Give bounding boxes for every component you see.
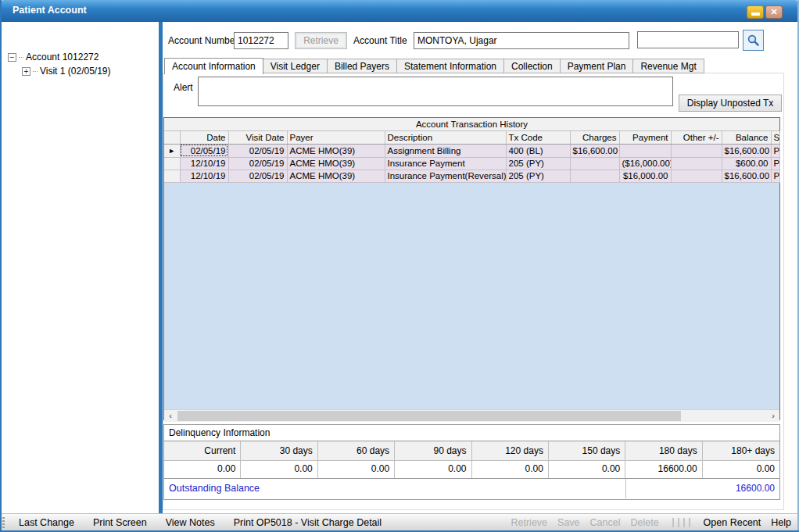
col-header-status[interactable]: Sta xyxy=(771,131,779,144)
col-header-balance[interactable]: Balance xyxy=(722,131,771,144)
tree-connector xyxy=(33,71,38,72)
cell-balance[interactable]: $16,600.00 xyxy=(722,144,771,157)
cell-visit-date[interactable]: 02/05/19 xyxy=(228,144,287,157)
retrieve-status-button: Retrieve xyxy=(511,517,548,528)
open-recent-button[interactable]: Open Recent xyxy=(704,517,761,528)
scrollbar-thumb[interactable] xyxy=(177,411,681,421)
account-number-input[interactable] xyxy=(234,32,288,49)
delinquency-header-row: Current 30 days 60 days 90 days 120 days… xyxy=(164,441,779,461)
cell-payment[interactable]: $16,000.00 xyxy=(619,170,671,182)
minimize-icon xyxy=(751,12,760,16)
delinquency-value-60: 0.00 xyxy=(318,461,395,478)
current-row-arrow-icon: ► xyxy=(168,147,175,155)
cell-visit-date[interactable]: 02/05/19 xyxy=(228,157,287,170)
tab-statement-information[interactable]: Statement Information xyxy=(397,59,504,73)
tab-revenue-mgt[interactable]: Revenue Mgt xyxy=(633,59,704,73)
search-button[interactable] xyxy=(743,30,764,51)
cell-status[interactable]: Po xyxy=(771,157,779,170)
cell-description[interactable]: Insurance Payment(Reversal) xyxy=(385,170,506,182)
tab-payment-plan[interactable]: Payment Plan xyxy=(561,59,634,73)
cell-payer[interactable]: ACME HMO(39) xyxy=(287,157,385,170)
row-selector-cell[interactable] xyxy=(164,157,180,170)
row-selector-cell[interactable]: ► xyxy=(164,144,180,157)
row-selector-cell[interactable] xyxy=(164,170,180,182)
outstanding-balance-label: Outstanding Balance xyxy=(164,479,625,498)
tab-collection[interactable]: Collection xyxy=(504,59,561,73)
account-tree-panel: −Account 1012272 +Visit 1 (02/05/19) xyxy=(2,22,159,513)
cell-date[interactable]: 12/10/19 xyxy=(180,170,228,182)
table-row[interactable]: 12/10/19 02/05/19 ACME HMO(39) Insurance… xyxy=(164,157,779,170)
table-row[interactable]: 12/10/19 02/05/19 ACME HMO(39) Insurance… xyxy=(164,170,779,182)
cell-other[interactable] xyxy=(671,144,722,157)
view-notes-button[interactable]: View Notes xyxy=(166,517,215,528)
tree-connector xyxy=(19,57,23,58)
table-row[interactable]: ► 02/05/19 02/05/19 ACME HMO(39) Assignm… xyxy=(164,144,779,157)
horizontal-scrollbar[interactable]: ‹ › xyxy=(164,409,779,422)
cell-other[interactable] xyxy=(671,157,722,170)
close-icon: ✕ xyxy=(770,7,777,16)
cell-charges[interactable]: $16,600.00 xyxy=(570,144,619,157)
cancel-button: Cancel xyxy=(590,517,621,528)
grid-empty-area xyxy=(164,183,779,409)
tree-node-account[interactable]: −Account 1012272 xyxy=(8,52,99,62)
delinquency-col-120: 120 days xyxy=(472,441,549,460)
delinquency-col-180: 180 days xyxy=(625,441,702,460)
col-header-payer[interactable]: Payer xyxy=(287,131,385,144)
statusbar-separators xyxy=(672,518,690,527)
collapse-icon[interactable]: − xyxy=(8,53,16,62)
cell-description[interactable]: Assignment Billing xyxy=(385,144,506,157)
col-header-visit-date[interactable]: Visit Date xyxy=(228,131,287,144)
minimize-button[interactable] xyxy=(747,5,764,19)
col-header-payment[interactable]: Payment xyxy=(619,131,671,144)
title-bar: Patient Account ✕ xyxy=(0,0,799,22)
cell-tx-code[interactable]: 205 (PY) xyxy=(506,157,570,170)
cell-date[interactable]: 12/10/19 xyxy=(180,157,228,170)
tab-visit-ledger[interactable]: Visit Ledger xyxy=(263,59,328,73)
row-selector-header xyxy=(164,131,180,144)
cell-tx-code[interactable]: 400 (BL) xyxy=(506,144,570,157)
cell-charges[interactable] xyxy=(570,157,619,170)
cell-other[interactable] xyxy=(671,170,722,182)
cell-balance[interactable]: $600.00 xyxy=(722,157,771,170)
cell-visit-date[interactable]: 02/05/19 xyxy=(228,170,287,182)
cell-date[interactable]: 02/05/19 xyxy=(180,144,228,157)
alert-textbox[interactable] xyxy=(198,77,673,106)
cell-status[interactable]: Po xyxy=(771,170,779,182)
tab-account-information[interactable]: Account Information xyxy=(164,58,263,74)
delinquency-panel: Delinquency Information Current 30 days … xyxy=(163,424,780,500)
cell-status[interactable]: Po xyxy=(771,144,779,157)
delinquency-col-60: 60 days xyxy=(318,441,395,460)
col-header-charges[interactable]: Charges xyxy=(570,131,619,144)
delinquency-values-row: 0.00 0.00 0.00 0.00 0.00 0.00 16600.00 0… xyxy=(164,461,779,478)
transaction-history-grid: Account Transaction History Date Visit D… xyxy=(163,117,780,420)
tab-billed-payers[interactable]: Billed Payers xyxy=(328,59,397,73)
cell-payer[interactable]: ACME HMO(39) xyxy=(287,170,385,182)
cell-payer[interactable]: ACME HMO(39) xyxy=(287,144,385,157)
col-header-other[interactable]: Other +/- xyxy=(671,131,722,144)
delinquency-title: Delinquency Information xyxy=(164,425,779,441)
tree-node-visit[interactable]: +Visit 1 (02/05/19) xyxy=(22,66,111,77)
print-screen-button[interactable]: Print Screen xyxy=(93,517,147,528)
retrieve-button[interactable]: Retrieve xyxy=(295,32,347,49)
cell-charges[interactable] xyxy=(570,170,619,182)
cell-tx-code[interactable]: 205 (PY) xyxy=(506,170,570,182)
cell-payment[interactable] xyxy=(619,144,671,157)
help-button[interactable]: Help xyxy=(771,517,791,528)
col-header-tx-code[interactable]: Tx Code xyxy=(506,131,570,144)
last-change-button[interactable]: Last Change xyxy=(19,517,74,528)
print-op5018-button[interactable]: Print OP5018 - Visit Charge Detail xyxy=(234,517,382,528)
col-header-description[interactable]: Description xyxy=(385,131,506,144)
col-header-date[interactable]: Date xyxy=(180,131,228,144)
cell-payment[interactable]: ($16,000.00) xyxy=(619,157,671,170)
search-input[interactable] xyxy=(637,31,739,48)
account-number-label: Account Number xyxy=(168,35,238,46)
scroll-right-icon[interactable]: › xyxy=(767,410,779,422)
account-title-input[interactable] xyxy=(414,32,629,49)
display-unposted-tx-button[interactable]: Display Unposted Tx xyxy=(679,95,782,112)
expand-icon[interactable]: + xyxy=(22,67,30,76)
scroll-left-icon[interactable]: ‹ xyxy=(164,410,177,422)
cell-description[interactable]: Insurance Payment xyxy=(385,157,506,170)
statusbar-left-group: Last Change Print Screen View Notes Prin… xyxy=(19,517,382,528)
cell-balance[interactable]: $16,600.00 xyxy=(722,170,771,182)
close-button[interactable]: ✕ xyxy=(765,5,783,19)
